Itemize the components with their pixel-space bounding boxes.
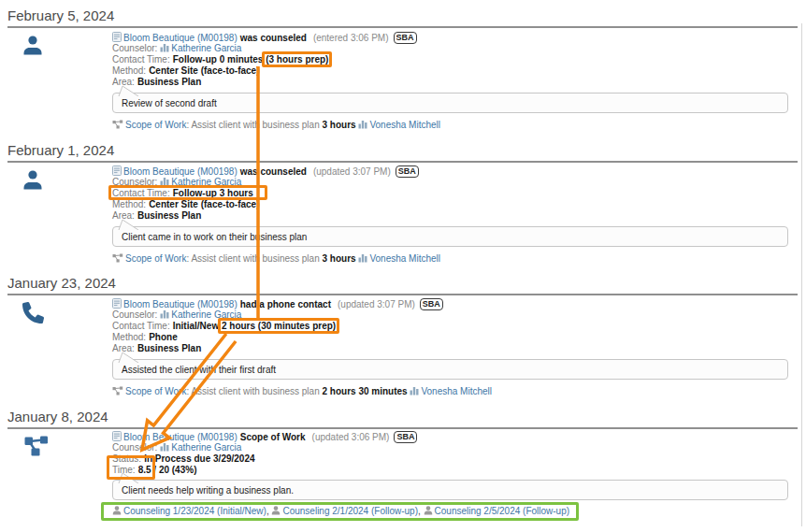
sba-badge: SBA [420, 298, 443, 310]
counseling-links-group: Counseling 1/23/2024 (Initial/New), Coun… [112, 506, 569, 516]
section-jan-23: January 23, 2024 Bloom Beautique (M00198… [0, 275, 806, 409]
counselor-row: Counselor:Katherine Garcia [112, 442, 417, 453]
counselor-link[interactable]: Katherine Garcia [171, 43, 241, 53]
method-label: Method: [112, 65, 146, 76]
counselor-row: Counselor:Katherine Garcia [112, 43, 417, 54]
note-text: Review of second draft [122, 98, 217, 108]
sitemap-icon [24, 436, 49, 460]
contact-time-row: Contact Time:Follow-up 3 hours [112, 188, 419, 199]
counselor-label: Counselor: [112, 442, 157, 453]
date-divider [7, 294, 798, 295]
entry-header: Bloom Beautique (M00198)was counseled(en… [112, 32, 417, 43]
chart-icon [358, 120, 367, 132]
scope-person-link[interactable]: Vonesha Mitchell [369, 120, 440, 130]
counseling-link-1[interactable]: Counseling 1/23/2024 (Initial/New) [123, 506, 266, 516]
timestamp: (entered 3:06 PM) [313, 33, 389, 43]
scope-text: : Assist client with business plan [186, 253, 319, 264]
note-bubble: Review of second draft [112, 93, 788, 113]
counselor-label: Counselor: [112, 309, 157, 320]
phone-icon [22, 302, 44, 327]
contact-time-row: Contact Time:Follow-up 0 minutes (3 hour… [112, 54, 417, 65]
prep-time-highlighted: (3 hours prep) [266, 54, 328, 65]
bubble-tail [118, 350, 140, 361]
contact-time-value: Follow-up 3 hours [173, 188, 253, 198]
date-divider [7, 26, 798, 28]
client-link[interactable]: Bloom Beautique (M00198) [123, 166, 237, 177]
time-total: / 20 (43%) [153, 465, 196, 475]
note-text: Client came in to work on their business… [122, 232, 307, 242]
contact-time-label: Contact Time: [112, 321, 170, 331]
scope-icon [112, 253, 123, 266]
person-icon [22, 169, 43, 194]
client-link[interactable]: Bloom Beautique (M00198) [123, 299, 237, 309]
method-row: Method:Phone [112, 332, 443, 343]
counselor-link[interactable]: Katherine Garcia [171, 177, 241, 187]
counselor-row: Counselor:Katherine Garcia [112, 309, 443, 321]
chart-icon [410, 386, 419, 398]
date-header: February 5, 2024 [7, 7, 114, 23]
bubble-tail [118, 217, 140, 228]
scope-of-work-link[interactable]: Scope of Work [125, 386, 186, 396]
client-link[interactable]: Bloom Beautique (M00198) [123, 432, 237, 442]
client-link[interactable]: Bloom Beautique (M00198) [123, 33, 237, 43]
scope-of-work-link[interactable]: Scope of Work [125, 120, 186, 130]
note-bubble: Assisted the client with their first dra… [112, 359, 788, 380]
status-value: In Process due 3/29/2024 [144, 453, 254, 464]
area-row: Area:Business Plan [112, 343, 443, 354]
timestamp: (updated 3:06 PM) [312, 432, 390, 442]
note-bubble: Client needs help writing a business pla… [112, 480, 788, 500]
scroll-edge [801, 23, 802, 526]
person-icon [271, 506, 281, 518]
scope-hours: 3 hours [322, 120, 355, 130]
section-feb-1: February 1, 2024 Bloom Beautique (M00198… [0, 142, 806, 275]
counseling-link-2[interactable]: Counseling 2/1/2024 (Follow-up) [282, 506, 418, 516]
action-text: Scope of Work [240, 432, 306, 442]
scope-row: Scope of Work: Assist client with busine… [112, 386, 492, 397]
sba-badge: SBA [394, 431, 417, 443]
chart-icon [358, 253, 367, 266]
area-value: Business Plan [137, 77, 201, 87]
status-row: Status:In Process due 3/29/2024 [112, 453, 417, 465]
person-icon [424, 506, 433, 518]
scope-hours: 3 hours [322, 253, 355, 264]
note-bubble: Client came in to work on their business… [112, 226, 788, 247]
scope-person-link[interactable]: Vonesha Mitchell [369, 253, 440, 264]
activity-timeline: February 5, 2024 Bloom Beautique (M00198… [0, 0, 806, 532]
counselor-label: Counselor: [112, 43, 157, 53]
contact-time-row: Contact Time:Initial/New 2 hours (30 min… [112, 321, 443, 332]
area-value: Business Plan [137, 210, 201, 221]
sba-badge: SBA [394, 32, 417, 44]
counselor-row: Counselor:Katherine Garcia [112, 177, 419, 188]
action-text: was counseled [240, 33, 307, 43]
counselor-link[interactable]: Katherine Garcia [171, 309, 241, 320]
scope-person-link[interactable]: Vonesha Mitchell [421, 386, 492, 396]
scope-row: Scope of Work: Assist client with busine… [112, 120, 440, 131]
contact-duration-highlighted: 2 hours (30 minutes prep) [222, 321, 336, 331]
date-header: February 1, 2024 [7, 142, 114, 158]
person-icon [22, 35, 43, 60]
area-row: Area:Business Plan [112, 77, 417, 88]
scope-row: Scope of Work: Assist client with busine… [112, 253, 440, 265]
bubble-tail [118, 83, 140, 94]
counseling-links-row: Counseling 1/23/2024 (Initial/New), Coun… [112, 506, 569, 517]
method-label: Method: [112, 332, 146, 342]
scope-icon [112, 386, 123, 398]
date-header: January 8, 2024 [7, 409, 108, 424]
action-text: was counseled [240, 166, 307, 177]
method-row: Method:Center Site (face-to-face) [112, 65, 417, 77]
bubble-tail [118, 470, 140, 482]
contact-time-highlighted: Contact Time:Follow-up 3 hours [112, 188, 253, 198]
counselor-link[interactable]: Katherine Garcia [171, 442, 241, 453]
timestamp: (updated 3:07 PM) [338, 299, 415, 309]
note-text: Assisted the client with their first dra… [122, 365, 276, 375]
note-text: Client needs help writing a business pla… [122, 485, 294, 496]
timestamp: (updated 3:07 PM) [313, 166, 391, 177]
counseling-link-3[interactable]: Counseling 2/5/2024 (Follow-up) [435, 506, 570, 516]
contact-time-label: Contact Time: [112, 54, 170, 65]
date-divider [7, 427, 798, 429]
person-icon [112, 506, 122, 518]
scope-of-work-link[interactable]: Scope of Work [125, 253, 186, 264]
method-value: Center Site (face-to-face) [149, 199, 259, 209]
entry-header: Bloom Beautique (M00198)was counseled(up… [112, 165, 419, 177]
counselor-label: Counselor: [112, 177, 157, 187]
